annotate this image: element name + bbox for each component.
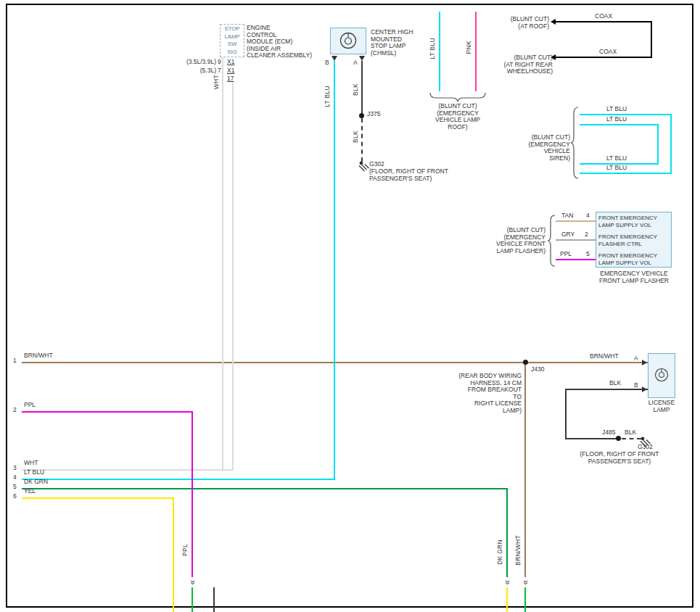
circuit-color-4: LT BLU xyxy=(24,469,44,476)
wire-break-icon: » xyxy=(520,577,530,587)
splice-j485-label: J485 xyxy=(602,429,615,437)
license-ground-location: (FLOOR, RIGHT OF FRONT PASSENGER'S SEAT) xyxy=(577,451,662,465)
wire-wht-ecm-1 xyxy=(222,57,223,471)
ecm-connector-id-b: X1 xyxy=(227,67,234,75)
bottom-wire-brnwht-label: BRN/WHT xyxy=(514,535,522,566)
ecm-pin-b: 7 xyxy=(218,67,221,75)
wire-grn-after-brnwht-break xyxy=(524,587,526,612)
license-terminal-b-pin-icon xyxy=(642,386,647,392)
chmsl-terminal-b-pin-icon xyxy=(332,56,337,61)
chmsl-terminal-a-label: A xyxy=(353,59,358,67)
circuit-number-3: 3 xyxy=(13,465,17,472)
wire-yel-horizontal xyxy=(22,497,174,499)
wire-wht-ecm-2 xyxy=(232,83,234,471)
flasher-pin-1: 4 xyxy=(586,212,590,220)
circuit-color-6: YEL xyxy=(24,488,36,495)
flasher-brace xyxy=(547,215,556,268)
diagram-border xyxy=(6,4,693,608)
chmsl-wire-b-label: LT BLU xyxy=(324,86,331,107)
wire-blk-license-vertical xyxy=(565,389,567,439)
bulb-icon xyxy=(654,367,670,383)
circuit-color-2: PPL xyxy=(24,402,36,409)
circuit-number-2: 2 xyxy=(13,407,17,414)
wire-blk-chmsl-lower xyxy=(361,118,363,162)
license-wire-a-label: BRN/WHT xyxy=(590,353,619,360)
siren-blunt-cut-note: (BLUNT CUT) (EMERGENCY VEHICLE SIREN) xyxy=(522,134,570,162)
license-ground-wire-label: BLK xyxy=(625,429,636,437)
flasher-wire-2-label: GRY xyxy=(561,231,575,239)
wire-ppl-horizontal xyxy=(22,411,193,413)
circuit-color-1: BRN/WHT xyxy=(24,352,53,360)
circuit-number-1: 1 xyxy=(13,357,17,365)
siren-wire-1-label: LT BLU xyxy=(606,106,627,113)
splice-j430-dot xyxy=(523,360,528,365)
coax-bottom-line xyxy=(556,57,652,58)
chmsl-wire-a-upper-label: BLK xyxy=(352,83,359,96)
flasher-fn-1: FRONT EMERGENCY LAMP SUPPLY VOL xyxy=(598,215,657,228)
circuit-color-5: DK GRN xyxy=(24,479,48,486)
wiring-diagram-canvas: 1 BRN/WHT 2 PPL 3 WHT 4 LT BLU 5 DK GRN … xyxy=(0,0,700,612)
coax-wheelhouse-note: (BLUNT CUT) (AT RIGHT REAR WHEELHOUSE) xyxy=(499,54,553,75)
siren-wire-4 xyxy=(580,173,672,174)
wire-tan-flasher xyxy=(556,220,596,222)
wire-ltblu-horizontal xyxy=(22,479,335,480)
wire-pnk-roof xyxy=(475,12,477,91)
coax-roof-note: (BLUNT CUT) (AT ROOF) xyxy=(508,16,549,30)
ecm-connector-label: STOP LAMP SW SIG xyxy=(220,25,244,56)
ecm-variant-b: (5.3L) xyxy=(184,67,216,75)
chmsl-wire-a-lower-label: BLK xyxy=(352,131,359,143)
siren-wire-4-label: LT BLU xyxy=(606,165,627,172)
wire-brnwht-vertical xyxy=(524,362,526,577)
wire-blk-bottom xyxy=(213,587,215,612)
license-terminal-b-label: B xyxy=(634,382,638,389)
license-lamp-caption: LICENSE LAMP xyxy=(646,400,677,413)
wire-break-icon: » xyxy=(502,577,512,587)
wire-grn-after-ppl-break xyxy=(192,587,193,612)
ground-symbol-icon xyxy=(358,161,370,173)
bulb-icon xyxy=(338,30,358,51)
flasher-fn-2: FRONT EMERGENCY FLASHER CTRL xyxy=(598,233,657,247)
wire-break-icon: » xyxy=(187,577,197,587)
flasher-fn-3: FRONT EMERGENCY LAMP SUPPLY VOL xyxy=(598,252,657,266)
license-terminal-a-label: A xyxy=(634,355,638,363)
wire-ppl-flasher xyxy=(556,259,596,260)
circuit-color-3: WHT xyxy=(24,460,38,467)
flasher-wire-1-label: TAN xyxy=(561,212,573,220)
ecm-variant-a: (3.5L/3.9L) xyxy=(184,59,216,66)
circuit-number-5: 5 xyxy=(13,484,17,491)
wire-blk-chmsl-upper xyxy=(361,61,363,115)
wire-yel-after-dkgrn-break xyxy=(506,587,508,612)
coax-right-line xyxy=(651,21,652,58)
ecm-wire-label: WHT xyxy=(213,75,220,89)
coax-top-line xyxy=(556,21,652,22)
flasher-blunt-cut-note: (BLUNT CUT) (EMERGENCY VEHICLE FRONT LAM… xyxy=(490,227,545,255)
wire-blk-license-low xyxy=(565,438,619,439)
ecm-title: ENGINE CONTROL MODULE (ECM) (INSIDE AIR … xyxy=(247,25,315,59)
wire-dkgrn-vertical xyxy=(506,488,508,577)
roof-blunt-cut-note: (BLUNT CUT) (EMERGENCY VEHICLE LAMP ROOF… xyxy=(425,103,490,131)
wire-ppl-vertical xyxy=(192,411,193,577)
splice-j485-dot xyxy=(616,436,621,441)
wire-wht-horizontal xyxy=(22,469,234,471)
siren-wire-3-label: LT BLU xyxy=(606,155,627,162)
splice-j375-dot xyxy=(359,113,364,118)
chmsl-terminal-b-label: B xyxy=(325,59,329,67)
wire-ltblu-chmsl xyxy=(334,61,335,480)
roof-brace xyxy=(429,92,486,102)
flasher-pin-3: 5 xyxy=(586,251,590,258)
bottom-wire-ppl-label: PPL xyxy=(181,544,189,556)
chmsl-terminal-a-pin-icon xyxy=(359,56,365,61)
wire-blk-dashed-ground xyxy=(622,438,641,439)
roof-wire-1-label: LT BLU xyxy=(429,38,436,59)
siren-wire-outer-return xyxy=(670,114,672,174)
circuit-number-4: 4 xyxy=(13,474,17,481)
siren-wire-2-label: LT BLU xyxy=(606,116,627,123)
ecm-pin-c: 17 xyxy=(227,75,234,83)
wire-dkgrn-horizontal xyxy=(22,488,508,489)
coax-top-label: COAX xyxy=(595,13,612,20)
ecm-connector-id-a: X1 xyxy=(227,59,234,66)
coax-top-arrow-icon xyxy=(551,19,556,25)
harness-note: (REAR BODY WIRING HARNESS, 14 CM FROM BR… xyxy=(458,373,522,415)
chmsl-title: CENTER HIGH MOUNTED STOP LAMP (CHMSL) xyxy=(371,29,421,57)
roof-wire-2-label: PNK xyxy=(465,41,472,54)
